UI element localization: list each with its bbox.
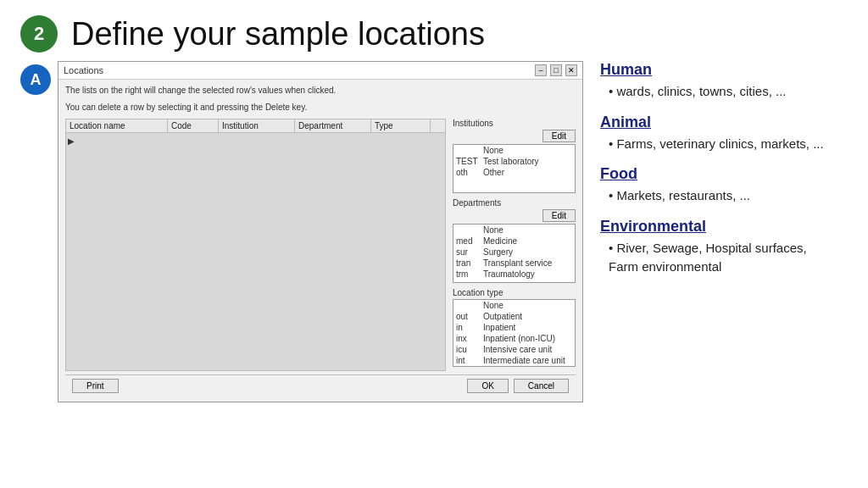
col-department: Department (295, 119, 371, 132)
dialog-titlebar: Locations – □ ✕ (58, 62, 582, 80)
main-content: A Locations – □ ✕ The lists on the right… (0, 61, 868, 402)
instruction-line-1: The lists on the right will change the s… (65, 85, 576, 97)
print-button[interactable]: Print (72, 379, 119, 393)
institutions-panel: Institutions Edit None TEST (453, 119, 576, 193)
dialog-body: The lists on the right will change the s… (58, 80, 582, 402)
departments-label: Departments (453, 198, 576, 208)
list-item[interactable]: in Inpatient (453, 322, 575, 333)
category-food-bullet: Markets, restaurants, ... (600, 186, 839, 206)
location-type-panel: Location type None out Outpatient (453, 288, 576, 367)
location-type-listbox[interactable]: None out Outpatient in Inpatient (453, 299, 576, 367)
institutions-label: Institutions (453, 119, 576, 128)
col-code: Code (168, 119, 219, 132)
location-type-label: Location type (453, 288, 576, 297)
list-item[interactable]: med Medicine (453, 236, 575, 247)
list-item[interactable]: int Intermediate care unit (453, 355, 575, 366)
list-item[interactable]: None (453, 145, 575, 156)
dialog-window-controls: – □ ✕ (535, 64, 577, 76)
left-section: A Locations – □ ✕ The lists on the right… (20, 61, 583, 402)
close-button[interactable]: ✕ (565, 64, 577, 76)
cancel-button[interactable]: Cancel (514, 379, 569, 393)
list-item[interactable]: oth Other (453, 167, 575, 178)
category-animal-bullet: Farms, veterinary clinics, markets, ... (600, 135, 839, 154)
page-header: 2 Define your sample locations (0, 0, 868, 61)
category-animal-title: Animal (600, 114, 839, 131)
category-environmental: Environmental River, Sewage, Hospital su… (600, 218, 839, 277)
step-a-badge: A (20, 64, 51, 95)
col-location-name: Location name (66, 119, 168, 132)
departments-listbox[interactable]: None med Medicine sur Surgery (453, 224, 576, 283)
right-info-section: Human wards, clinics, towns, cities, ...… (592, 61, 848, 402)
category-environmental-bullet: River, Sewage, Hospital surfaces, Farm e… (600, 239, 839, 277)
footer-right-buttons: OK Cancel (467, 379, 569, 393)
table-header: Location name Code Institution Departmen… (66, 119, 445, 133)
category-human-bullet: wards, clinics, towns, cities, ... (600, 82, 839, 102)
list-item[interactable]: sur Surgery (453, 247, 575, 258)
category-environmental-title: Environmental (600, 218, 839, 236)
category-food: Food Markets, restaurants, ... (600, 165, 839, 206)
list-item[interactable]: sme Emergency (453, 366, 575, 367)
minimize-button[interactable]: – (535, 64, 547, 76)
list-item[interactable]: trm Traumatology (453, 269, 575, 280)
category-animal: Animal Farms, veterinary clinics, market… (600, 114, 839, 154)
category-human: Human wards, clinics, towns, cities, ... (600, 61, 839, 102)
dialog-title: Locations (64, 65, 103, 75)
list-item[interactable]: inx Inpatient (non-ICU) (453, 333, 575, 344)
departments-edit-btn-row: Edit (453, 209, 576, 222)
institutions-listbox[interactable]: None TEST Test laboratory oth Other (453, 144, 576, 193)
list-item[interactable]: None (453, 225, 575, 236)
dialog-footer: Print OK Cancel (65, 374, 576, 396)
right-panels: Institutions Edit None TEST (453, 119, 576, 371)
location-table: Location name Code Institution Departmen… (65, 119, 446, 371)
locations-dialog: Locations – □ ✕ The lists on the right w… (58, 61, 583, 402)
step-number-badge: 2 (20, 15, 58, 53)
list-item[interactable]: TEST Test laboratory (453, 156, 575, 167)
col-type: Type (371, 119, 431, 132)
institutions-edit-btn-row: Edit (453, 130, 576, 142)
instruction-line-2: You can delete a row by selecting it and… (65, 102, 576, 114)
list-item[interactable]: None (453, 300, 575, 311)
list-item[interactable]: icu Intensive care unit (453, 344, 575, 355)
ok-button[interactable]: OK (467, 379, 508, 393)
maximize-button[interactable]: □ (550, 64, 562, 76)
departments-panel: Departments Edit None med (453, 198, 576, 283)
table-body[interactable]: ▶ (66, 133, 445, 370)
category-human-title: Human (600, 61, 839, 79)
list-item[interactable]: tran Transplant service (453, 258, 575, 269)
col-institution: Institution (219, 119, 295, 132)
institutions-edit-button[interactable]: Edit (542, 130, 576, 142)
category-food-title: Food (600, 165, 839, 183)
row-arrow: ▶ (68, 136, 75, 146)
list-item[interactable]: out Outpatient (453, 311, 575, 322)
table-container: Location name Code Institution Departmen… (65, 119, 576, 371)
page-title: Define your sample locations (71, 16, 485, 53)
departments-edit-button[interactable]: Edit (542, 209, 576, 222)
